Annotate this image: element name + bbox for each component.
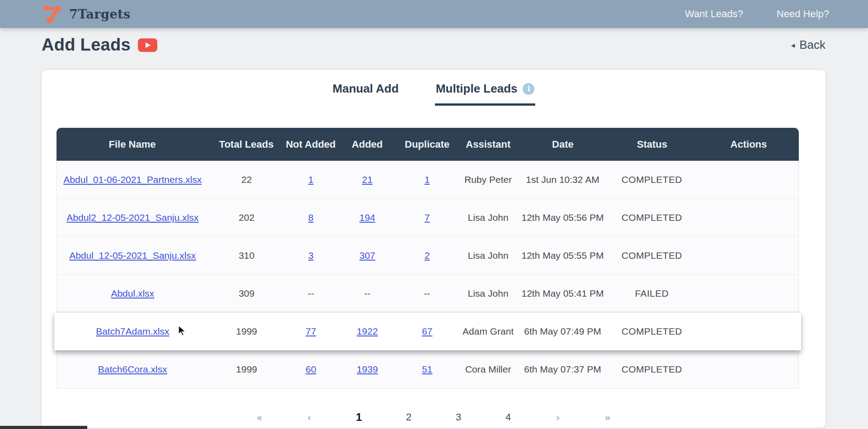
- upload-date: 12th May 05:41 PM: [520, 288, 606, 299]
- duplicate-link: --: [424, 288, 430, 298]
- pagination-page-2[interactable]: 2: [384, 410, 434, 424]
- duplicate-link[interactable]: 67: [422, 326, 432, 336]
- status-text: COMPLETED: [605, 174, 698, 185]
- uploads-table: File Name Total Leads Not Added Added Du…: [57, 128, 799, 389]
- column-header-duplicate: Duplicate: [398, 139, 457, 150]
- file-name-link[interactable]: Abdul_12-05-2021_Sanju.xlsx: [69, 250, 196, 261]
- table-row: Batch6Cora.xlsx 1999 60 1939 51 Cora Mil…: [57, 350, 798, 388]
- total-leads-value: 1999: [208, 326, 285, 337]
- total-leads-value: 1999: [208, 364, 285, 375]
- assistant-name: Ruby Peter: [457, 174, 520, 185]
- total-leads-value: 309: [208, 288, 285, 299]
- page-title: Add Leads: [42, 35, 131, 55]
- bottom-left-dark-strip: [0, 426, 87, 429]
- back-button[interactable]: ◂ Back: [791, 38, 826, 52]
- back-arrow-icon: ◂: [791, 40, 795, 50]
- brand-logo-icon: [42, 4, 65, 24]
- topbar: 7Targets Want Leads? Need Help?: [0, 0, 868, 28]
- table-body: Abdul_01-06-2021_Partners.xlsx 22 1 21 1…: [57, 161, 799, 389]
- added-link[interactable]: 1939: [357, 364, 378, 374]
- info-icon[interactable]: i: [523, 83, 534, 95]
- added-link[interactable]: 21: [362, 174, 373, 185]
- status-text: FAILED: [605, 288, 698, 299]
- column-header-status: Status: [606, 139, 698, 150]
- not-added-link[interactable]: 77: [306, 326, 316, 336]
- not-added-link: --: [308, 288, 314, 298]
- file-name-link[interactable]: Abdul2_12-05-2021_Sanju.xlsx: [66, 212, 198, 223]
- column-header-date: Date: [520, 139, 606, 150]
- file-name-link[interactable]: Abdul_01-06-2021_Partners.xlsx: [63, 174, 202, 185]
- table-row: Abdul_01-06-2021_Partners.xlsx 22 1 21 1…: [57, 161, 798, 199]
- not-added-link[interactable]: 60: [306, 364, 316, 374]
- total-leads-value: 310: [208, 250, 285, 261]
- column-header-added: Added: [337, 139, 398, 150]
- nav-need-help[interactable]: Need Help?: [777, 8, 829, 20]
- table-row: Abdul_12-05-2021_Sanju.xlsx 310 3 307 2 …: [57, 237, 798, 275]
- column-header-not-added: Not Added: [285, 139, 337, 150]
- column-header-total-leads: Total Leads: [208, 139, 285, 150]
- duplicate-link[interactable]: 2: [425, 250, 430, 261]
- status-text: COMPLETED: [605, 250, 698, 261]
- leads-card: Manual Add Multiple Leads i File Name To…: [42, 70, 826, 428]
- assistant-name: Adam Grant: [457, 326, 520, 337]
- status-text: COMPLETED: [605, 364, 698, 375]
- pagination-prev[interactable]: ‹: [284, 410, 334, 424]
- youtube-icon[interactable]: [138, 38, 157, 52]
- added-link[interactable]: 307: [359, 250, 375, 261]
- total-leads-value: 22: [208, 174, 285, 185]
- column-header-assistant: Assistant: [457, 139, 520, 150]
- assistant-name: Cora Miller: [457, 364, 520, 375]
- upload-date: 12th May 05:55 PM: [520, 250, 606, 261]
- assistant-name: Lisa John: [457, 212, 520, 223]
- brand-name: 7Targets: [69, 7, 131, 21]
- pagination-page-4[interactable]: 4: [483, 410, 533, 424]
- file-name-link[interactable]: Abdul.xlsx: [111, 288, 154, 298]
- upload-date: 6th May 07:37 PM: [520, 364, 606, 375]
- tab-multiple-leads-label: Multiple Leads: [436, 82, 518, 96]
- pagination-page-1[interactable]: 1: [334, 410, 384, 424]
- pagination-page-3[interactable]: 3: [434, 410, 483, 424]
- upload-date: 6th May 07:49 PM: [520, 326, 606, 337]
- file-name-link[interactable]: Batch6Cora.xlsx: [98, 364, 167, 374]
- page-header: Add Leads ◂ Back: [42, 35, 826, 55]
- tab-bar: Manual Add Multiple Leads i: [42, 75, 826, 106]
- pagination-last[interactable]: »: [583, 410, 632, 424]
- topbar-nav: Want Leads? Need Help?: [685, 8, 829, 20]
- table-row: Abdul2_12-05-2021_Sanju.xlsx 202 8 194 7…: [57, 199, 798, 237]
- duplicate-link[interactable]: 7: [425, 212, 430, 223]
- not-added-link[interactable]: 8: [308, 212, 314, 223]
- file-name-link[interactable]: Batch7Adam.xlsx: [96, 326, 169, 336]
- column-header-file-name: File Name: [57, 139, 208, 150]
- back-label: Back: [799, 38, 826, 52]
- duplicate-link[interactable]: 1: [425, 174, 430, 185]
- play-triangle-icon: [146, 42, 151, 48]
- tab-multiple-leads[interactable]: Multiple Leads i: [435, 75, 536, 106]
- table-row: Batch7Adam.xlsx 1999 77 1922 67 Adam Gra…: [54, 312, 801, 350]
- added-link: --: [364, 288, 370, 298]
- status-text: COMPLETED: [605, 326, 698, 337]
- upload-date: 1st Jun 10:32 AM: [520, 174, 606, 185]
- mouse-cursor: [178, 325, 188, 337]
- added-link[interactable]: 1922: [357, 326, 378, 336]
- assistant-name: Lisa John: [457, 288, 520, 299]
- brand[interactable]: 7Targets: [42, 4, 131, 24]
- pagination-first[interactable]: «: [235, 410, 284, 424]
- upload-date: 12th May 05:56 PM: [520, 212, 606, 223]
- not-added-link[interactable]: 1: [308, 174, 314, 185]
- tab-manual-add-label: Manual Add: [333, 82, 399, 96]
- table-header-row: File Name Total Leads Not Added Added Du…: [57, 128, 799, 161]
- active-tab-indicator: [435, 103, 536, 106]
- status-text: COMPLETED: [605, 212, 698, 223]
- total-leads-value: 202: [208, 212, 285, 223]
- column-header-actions: Actions: [698, 139, 799, 150]
- pagination: « ‹ 1 2 3 4 › »: [42, 410, 826, 424]
- nav-want-leads[interactable]: Want Leads?: [685, 8, 743, 20]
- added-link[interactable]: 194: [359, 212, 375, 223]
- tab-manual-add[interactable]: Manual Add: [332, 75, 400, 106]
- table-row: Abdul.xlsx 309 -- -- -- Lisa John 12th M…: [57, 275, 798, 312]
- pagination-next[interactable]: ›: [533, 410, 583, 424]
- assistant-name: Lisa John: [457, 250, 520, 261]
- not-added-link[interactable]: 3: [308, 250, 314, 261]
- duplicate-link[interactable]: 51: [422, 364, 432, 374]
